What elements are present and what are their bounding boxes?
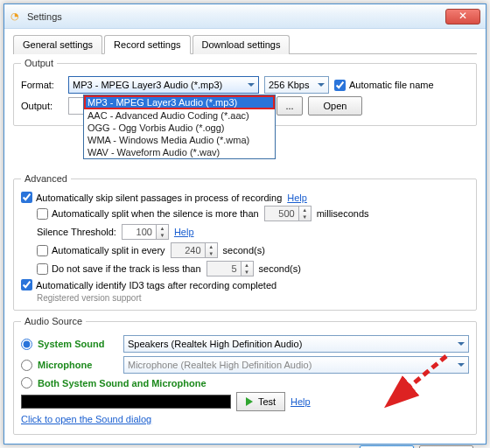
both-radio[interactable] — [21, 377, 32, 388]
window-title: Settings — [27, 11, 445, 22]
format-dropdown[interactable]: MP3 - MPEG Layer3 Audio (*.mp3) — [68, 76, 259, 94]
format-dropdown-list[interactable]: MP3 - MPEG Layer3 Audio (*.mp3) AAC - Ad… — [83, 94, 276, 159]
auto-filename-checkbox[interactable]: Automatic file name — [334, 80, 434, 91]
id3-checkbox[interactable]: Automatically identify ID3 tags after re… — [21, 279, 276, 290]
help-link[interactable]: Help — [287, 192, 307, 203]
help-link[interactable]: Help — [174, 227, 194, 237]
app-icon: ◔ — [8, 10, 22, 24]
system-device-dropdown[interactable]: Speakers (Realtek High Definition Audio) — [123, 335, 469, 353]
system-sound-radio[interactable] — [21, 339, 32, 350]
split-every-checkbox[interactable]: Automatically split in every — [37, 245, 165, 256]
split-silence-checkbox[interactable]: Automatically split when the silence is … — [37, 208, 259, 220]
close-button[interactable]: ✕ — [445, 9, 480, 24]
advanced-group: Advanced Automatically skip silent passa… — [13, 173, 477, 311]
output-label: Output: — [21, 101, 63, 111]
silence-threshold-spinner[interactable]: ▲▼ — [122, 224, 169, 240]
advanced-legend: Advanced — [21, 173, 71, 184]
skip-silent-checkbox[interactable]: Automatically skip silent passages in pr… — [21, 192, 282, 203]
test-button[interactable]: Test — [236, 392, 285, 411]
mic-device-dropdown[interactable]: Microphone (Realtek High Definition Audi… — [123, 356, 469, 374]
dialog-footer: OK Cancel — [13, 440, 477, 448]
audio-source-group: Audio Source System Sound Speakers (Real… — [13, 316, 477, 435]
format-label: Format: — [21, 80, 63, 90]
tab-strip: General settings Record settings Downloa… — [13, 34, 477, 54]
format-option[interactable]: WMA - Windows Media Audio (*.wma) — [84, 134, 275, 146]
help-link[interactable]: Help — [290, 396, 311, 407]
output-legend: Output — [21, 58, 57, 68]
silence-ms-spinner[interactable]: ▲▼ — [264, 206, 312, 221]
tab-download[interactable]: Download settings — [192, 35, 290, 54]
bitrate-dropdown[interactable]: 256 Kbps — [264, 76, 329, 94]
split-seconds-spinner[interactable]: ▲▼ — [171, 242, 218, 258]
format-option[interactable]: WAV - Waveform Audio (*.wav) — [84, 146, 275, 158]
open-button[interactable]: Open — [308, 96, 362, 116]
tab-record[interactable]: Record settings — [104, 35, 190, 54]
audio-legend: Audio Source — [21, 316, 86, 326]
titlebar: ◔ Settings ✕ — [4, 4, 486, 29]
microphone-radio[interactable] — [21, 360, 32, 371]
dont-save-checkbox[interactable]: Do not save if the track is less than — [37, 263, 201, 275]
settings-window: ◔ Settings ✕ General settings Record set… — [4, 4, 486, 444]
sound-dialog-link[interactable]: Click to open the Sound dialog — [21, 414, 151, 424]
content: General settings Record settings Downloa… — [4, 29, 486, 444]
format-option[interactable]: OGG - Ogg Vorbis Audio (*.ogg) — [84, 122, 275, 134]
browse-button[interactable]: ... — [276, 96, 303, 116]
level-meter — [21, 395, 231, 409]
min-seconds-spinner[interactable]: ▲▼ — [206, 261, 254, 276]
tab-general[interactable]: General settings — [13, 35, 102, 54]
format-option[interactable]: AAC - Advanced Audio Coding (*.aac) — [84, 109, 275, 122]
play-icon — [246, 397, 257, 406]
silence-threshold-label: Silence Threshold: — [37, 227, 116, 237]
format-option[interactable]: MP3 - MPEG Layer3 Audio (*.mp3) — [84, 95, 275, 109]
registered-note: Registered version support — [37, 293, 469, 303]
